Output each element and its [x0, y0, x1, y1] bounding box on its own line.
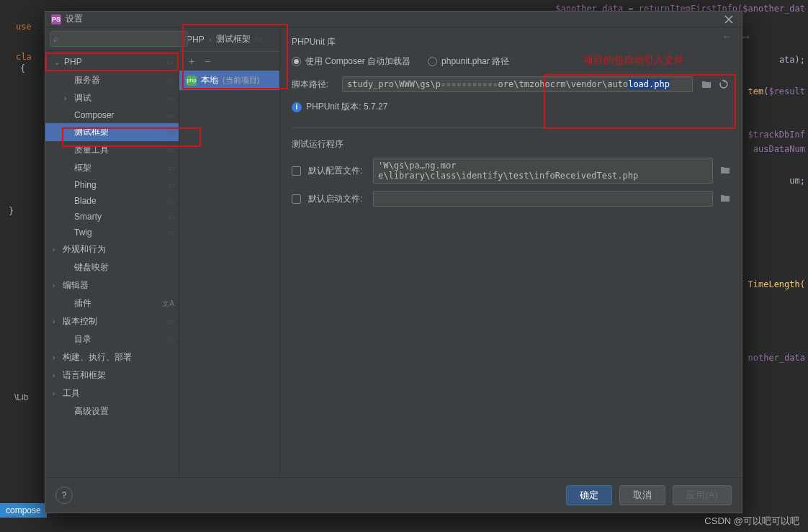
- radio-icon: [428, 57, 437, 66]
- tree-item-quality[interactable]: 质量工具▭: [45, 141, 179, 159]
- script-path-label: 脚本路径:: [292, 78, 335, 91]
- refresh-icon[interactable]: [717, 78, 730, 91]
- info-icon: i: [292, 102, 302, 112]
- config-file-input[interactable]: 'W\gs\pa…ng.mor e\library\class\identify…: [373, 158, 713, 184]
- lang-icon: 文A: [162, 299, 174, 309]
- folder-icon[interactable]: [720, 193, 730, 205]
- close-icon[interactable]: [722, 12, 736, 27]
- breadcrumb-path: \Lib: [14, 392, 28, 402]
- app-icon: PS: [51, 14, 61, 24]
- project-icon: ▭: [166, 58, 173, 66]
- right-panel: PHPUnit 库 使用 Composer 自动加载器 phpunit.phar…: [280, 27, 742, 477]
- help-button[interactable]: ?: [55, 487, 73, 504]
- tree-build[interactable]: 构建、执行、部署: [45, 348, 179, 366]
- config-file-label: 默认配置文件:: [308, 165, 366, 177]
- tree-appearance[interactable]: 外观和行为: [45, 240, 179, 258]
- cancel-button[interactable]: 取消: [619, 485, 665, 505]
- chevron-down-icon: [54, 58, 64, 66]
- radio-composer[interactable]: 使用 Composer 自动加载器: [292, 55, 410, 68]
- tree-advanced[interactable]: 高级设置: [45, 402, 179, 420]
- tree-directory[interactable]: 目录▭: [45, 330, 179, 348]
- tree-item-phing[interactable]: Phing▭: [45, 177, 179, 193]
- breadcrumb-php[interactable]: PHP: [187, 35, 205, 45]
- tree-item-composer[interactable]: Composer▭: [45, 107, 179, 123]
- radio-icon: [292, 57, 301, 66]
- breadcrumb-leaf: 测试框架: [216, 33, 251, 45]
- local-label: 本地: [201, 74, 218, 86]
- search-input[interactable]: [50, 31, 188, 47]
- tree-lang-fw[interactable]: 语言和框架: [45, 366, 179, 384]
- test-runner-title: 测试运行程序: [292, 138, 730, 150]
- settings-tree: PHP ▭ 服务器▭ 调试▭ Composer▭ 测试框架▭ 质量工具▭ 框架▭…: [45, 51, 179, 477]
- php-icon: php: [187, 76, 197, 86]
- chevron-right-icon: ›: [209, 35, 212, 45]
- middle-column: PHP › 测试框架 ▭ + − php 本地 (当前项目): [179, 27, 280, 477]
- tree-item-blade[interactable]: Blade▭: [45, 193, 179, 209]
- ok-button[interactable]: 确定: [566, 485, 612, 505]
- dialog-footer: ? 确定 取消 应用(A): [45, 477, 742, 513]
- radio-phar[interactable]: phpunit.phar 路径: [428, 55, 509, 68]
- tree-item-smarty[interactable]: Smarty▭: [45, 209, 179, 225]
- bootstrap-label: 默认启动文件:: [308, 193, 366, 205]
- checkbox-bootstrap[interactable]: [292, 194, 301, 204]
- bootstrap-input[interactable]: [373, 191, 713, 207]
- tree-vcs[interactable]: 版本控制▭: [45, 312, 179, 330]
- divider: [292, 127, 730, 128]
- folder-icon[interactable]: [720, 165, 730, 177]
- tree-tools[interactable]: 工具: [45, 384, 179, 402]
- forward-icon[interactable]: →: [740, 30, 752, 43]
- tree-plugins[interactable]: 插件文A: [45, 294, 179, 312]
- watermark: CSDN @可以吧可以吧: [704, 515, 799, 528]
- phpunit-lib-title: PHPUnit 库: [292, 36, 730, 48]
- breadcrumb: PHP › 测试框架 ▭: [179, 27, 279, 52]
- composer-status: compose: [0, 503, 47, 518]
- version-label: PHPUnit 版本: 5.7.27: [306, 101, 387, 113]
- script-path-input[interactable]: study_pro\WWW\gs\p▪▪▪▪▪▪▪▪▪▪▪ore\tmzohoc…: [342, 76, 693, 92]
- project-icon: ▭: [255, 35, 261, 43]
- search-icon: ⌕: [53, 34, 58, 44]
- remove-icon[interactable]: −: [201, 55, 214, 68]
- tree-item-twig[interactable]: Twig▭: [45, 225, 179, 240]
- back-icon[interactable]: ←: [722, 30, 733, 43]
- local-item[interactable]: php 本地 (当前项目): [179, 71, 279, 90]
- settings-sidebar: ⌕ PHP ▭ 服务器▭ 调试▭ Composer▭ 测试框架▭ 质量工具▭ 框…: [45, 27, 179, 477]
- dialog-title: 设置: [66, 13, 722, 25]
- tree-editor[interactable]: 编辑器: [45, 276, 179, 294]
- tree-item-server[interactable]: 服务器▭: [45, 71, 179, 89]
- tree-item-test-framework[interactable]: 测试框架▭: [45, 123, 179, 141]
- tree-keymap[interactable]: 键盘映射: [45, 258, 179, 276]
- checkbox-config[interactable]: [292, 166, 301, 176]
- tree-php[interactable]: PHP ▭: [45, 53, 179, 71]
- titlebar: PS 设置: [45, 12, 742, 27]
- folder-icon[interactable]: [700, 78, 713, 91]
- tree-item-debug[interactable]: 调试▭: [45, 89, 179, 107]
- tree-item-framework[interactable]: 框架▭: [45, 159, 179, 177]
- add-icon[interactable]: +: [185, 55, 198, 68]
- nav-arrows: ← →: [722, 30, 752, 43]
- settings-dialog: PS 设置 ⌕ PHP ▭ 服务器▭ 调试▭ Composer▭: [45, 11, 742, 513]
- apply-button[interactable]: 应用(A): [673, 485, 732, 505]
